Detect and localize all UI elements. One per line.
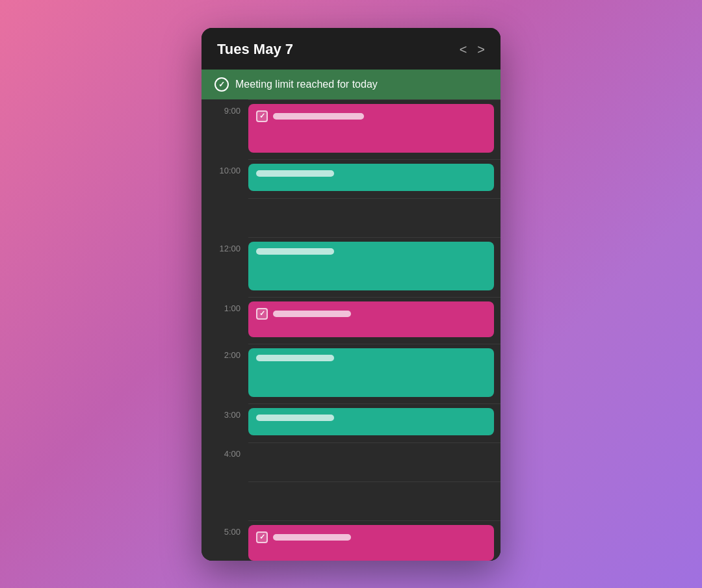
event-teal-2[interactable]	[248, 348, 494, 397]
time-label-5: 5:00	[202, 520, 248, 537]
event-header-10	[256, 170, 486, 177]
calendar-header: Tues May 7 < >	[202, 28, 500, 70]
event-header-9	[256, 110, 486, 122]
time-content-4	[248, 442, 500, 481]
time-row-2: 2:00	[202, 344, 500, 403]
time-content-10	[248, 159, 500, 198]
time-content-4half	[248, 481, 500, 520]
banner-text: Meeting limit reached for today	[235, 79, 378, 90]
event-header-3	[256, 415, 486, 421]
time-content-2	[248, 344, 500, 403]
time-content-12	[248, 237, 500, 297]
event-title-12	[256, 248, 334, 255]
check-circle-icon	[214, 77, 229, 92]
nav-buttons: < >	[460, 43, 485, 56]
event-header-5	[256, 531, 486, 543]
time-label-11	[202, 198, 248, 205]
meeting-limit-banner: Meeting limit reached for today	[202, 70, 500, 99]
event-pink-5[interactable]	[248, 525, 494, 561]
time-label-4half	[202, 481, 248, 488]
calendar-card: Tues May 7 < > Meeting limit reached for…	[202, 28, 500, 561]
event-pink-9[interactable]	[248, 104, 494, 153]
calendar-title: Tues May 7	[217, 41, 293, 58]
event-teal-12[interactable]	[248, 242, 494, 290]
event-title-5	[273, 534, 351, 541]
time-content-9	[248, 99, 500, 159]
time-label-2: 2:00	[202, 344, 248, 360]
event-header-1	[256, 308, 486, 320]
time-content-11	[248, 198, 500, 237]
time-content-5	[248, 520, 500, 561]
event-title-1	[273, 311, 351, 317]
time-row-11	[202, 198, 500, 237]
time-label-10: 10:00	[202, 159, 248, 175]
time-content-1	[248, 297, 500, 344]
event-checkbox-1[interactable]	[256, 308, 268, 320]
event-checkbox-9[interactable]	[256, 110, 268, 122]
time-row-5: 5:00	[202, 520, 500, 561]
calendar-body: 9:00 10:00	[202, 99, 500, 561]
event-title-3	[256, 415, 334, 421]
prev-button[interactable]: <	[460, 43, 467, 56]
event-pink-1[interactable]	[248, 301, 494, 337]
time-content-3	[248, 403, 500, 442]
time-row-3: 3:00	[202, 403, 500, 442]
event-title-2	[256, 355, 334, 361]
time-row-12: 12:00	[202, 237, 500, 297]
time-label-9: 9:00	[202, 99, 248, 116]
time-row-1: 1:00	[202, 297, 500, 344]
next-button[interactable]: >	[477, 43, 485, 56]
event-title-10	[256, 170, 334, 177]
time-label-3: 3:00	[202, 403, 248, 420]
time-label-1: 1:00	[202, 297, 248, 313]
time-row-4half	[202, 481, 500, 520]
event-header-12	[256, 248, 486, 255]
event-teal-3[interactable]	[248, 408, 494, 435]
time-row-4: 4:00	[202, 442, 500, 481]
event-teal-10[interactable]	[248, 164, 494, 191]
time-row-10: 10:00	[202, 159, 500, 198]
time-label-12: 12:00	[202, 237, 248, 253]
time-label-4: 4:00	[202, 442, 248, 459]
event-header-2	[256, 355, 486, 361]
event-title-9	[273, 113, 364, 120]
event-checkbox-5[interactable]	[256, 531, 268, 543]
time-row-9: 9:00	[202, 99, 500, 159]
